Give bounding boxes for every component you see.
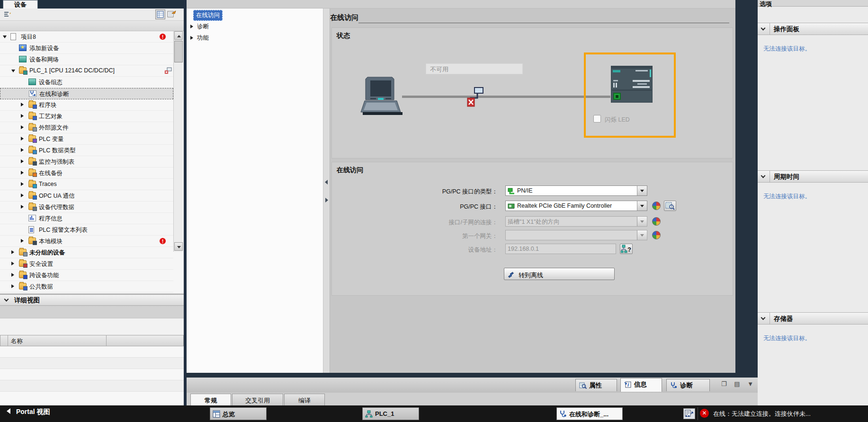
device-proxy-data-icon bbox=[28, 203, 36, 210]
tree-item-add-device[interactable]: ★添加新设备 bbox=[0, 43, 173, 54]
project-tree-toolbar bbox=[0, 9, 184, 21]
status-doc-icon[interactable] bbox=[683, 408, 695, 419]
tree-item-devices-networks[interactable]: 设备和网络 bbox=[0, 54, 173, 65]
tree-item-program-info[interactable]: 程序信息 bbox=[0, 213, 173, 224]
expander-open-icon[interactable] bbox=[3, 35, 7, 38]
inspector-tab-diagnostics[interactable]: 诊断 bbox=[666, 379, 710, 391]
subnet-connection-select: 插槽"1 X1"处的方向 bbox=[505, 216, 647, 227]
security-settings-icon bbox=[19, 260, 27, 267]
details-view-toggle-button[interactable] bbox=[155, 9, 165, 19]
project-tree: 项目8!★添加新设备设备和网络PLC_1 [CPU 1214C DC/DC/DC… bbox=[0, 31, 184, 293]
properties-icon bbox=[579, 382, 587, 389]
scrollbar-thumb[interactable] bbox=[174, 41, 183, 62]
export-icon[interactable] bbox=[167, 9, 177, 19]
expander-closed-icon[interactable] bbox=[21, 125, 24, 129]
expander-closed-icon[interactable] bbox=[21, 171, 24, 175]
expander-closed-icon[interactable] bbox=[21, 148, 24, 152]
tree-item-device-config[interactable]: 设备组态 bbox=[0, 77, 173, 88]
collapse-column[interactable] bbox=[758, 313, 770, 324]
tree-item-plc-tags[interactable]: PLC 变量 bbox=[0, 133, 173, 145]
flash-led-checkbox[interactable] bbox=[593, 115, 601, 123]
inspector-tab-info[interactable]: i信息 bbox=[620, 378, 662, 392]
expand-right-icon[interactable] bbox=[325, 198, 328, 202]
expander-closed-icon[interactable] bbox=[21, 137, 24, 141]
pgpc-interface-type-select[interactable]: PN/IE bbox=[505, 185, 647, 196]
expander-closed-icon[interactable] bbox=[11, 262, 14, 265]
interface-properties-button[interactable] bbox=[664, 201, 676, 211]
collapse-column[interactable] bbox=[758, 171, 770, 182]
tree-item-program-blocks[interactable]: 程序块 bbox=[0, 99, 173, 111]
expander-closed-icon[interactable] bbox=[21, 182, 24, 186]
tree-item-label: 程序块 bbox=[39, 101, 57, 109]
security-shield-icon[interactable] bbox=[652, 231, 661, 239]
nav-splitter[interactable] bbox=[323, 9, 330, 373]
inspector-tab-properties[interactable]: 属性 bbox=[575, 379, 617, 391]
security-shield-icon[interactable] bbox=[652, 217, 661, 226]
tree-item-cross-device-functions[interactable]: 跨设备功能 bbox=[0, 270, 173, 281]
scroll-down-button[interactable] bbox=[174, 242, 183, 251]
memory-title: 存储器 bbox=[774, 315, 793, 323]
nav-item-diagnostics[interactable]: 诊断 bbox=[187, 21, 323, 32]
tree-item-security-settings[interactable]: 安全设置 bbox=[0, 258, 173, 270]
tree-item-plc-folder[interactable]: PLC_1 [CPU 1214C DC/DC/DC] bbox=[0, 65, 173, 77]
nav-item-functions[interactable]: 功能 bbox=[187, 32, 323, 44]
expander-closed-icon[interactable] bbox=[11, 273, 14, 277]
expander-closed-icon[interactable] bbox=[11, 284, 14, 288]
section-header-operator-panel[interactable]: 操作面板 bbox=[758, 23, 868, 35]
detail-extra-column-header[interactable] bbox=[106, 335, 184, 346]
tree-item-device-proxy-data[interactable]: 设备代理数据 bbox=[0, 202, 173, 213]
inspector-window-icons[interactable]: ❐ ▤ ▼ bbox=[721, 380, 756, 387]
expander-closed-icon[interactable] bbox=[21, 114, 24, 118]
pgpc-interface-select[interactable]: Realtek PCIe GbE Family Controller bbox=[505, 201, 647, 211]
section-header-cycle-time[interactable]: 周期时间 bbox=[758, 170, 868, 183]
inspector-tab-label: 信息 bbox=[634, 381, 647, 388]
detail-name-column-header[interactable]: 名称 bbox=[8, 335, 107, 346]
portal-view-button[interactable]: Portal 视图 bbox=[7, 408, 50, 416]
sort-filter-icon[interactable] bbox=[4, 11, 11, 18]
security-shield-icon[interactable] bbox=[652, 202, 661, 210]
tree-item-online-backup[interactable]: 在线备份 bbox=[0, 167, 173, 179]
expander-closed-icon[interactable] bbox=[11, 250, 14, 254]
tree-item-watch-tables[interactable]: 监控与强制表 bbox=[0, 156, 173, 167]
tree-item-plc-datatypes[interactable]: PLC 数据类型 bbox=[0, 145, 173, 156]
tree-item-technology-objects[interactable]: 工艺对象 bbox=[0, 111, 173, 122]
subtab-compile[interactable]: 编译 bbox=[284, 394, 325, 405]
tree-item-online-diagnostics[interactable]: 在线和诊断 bbox=[0, 88, 173, 99]
expander-closed-icon[interactable] bbox=[21, 193, 24, 197]
expander-closed-icon[interactable] bbox=[190, 36, 193, 40]
tree-item-common-data[interactable]: 公共数据 bbox=[0, 281, 173, 292]
overview-button[interactable]: 总览 bbox=[210, 407, 267, 420]
nav-item-online-access[interactable]: 在线访问 bbox=[187, 9, 323, 21]
connection-broken-icon bbox=[466, 86, 483, 106]
tree-item-ungrouped-devices[interactable]: 未分组的设备 bbox=[0, 247, 173, 258]
tree-item-external-sources[interactable]: 外部源文件 bbox=[0, 122, 173, 133]
project-tree-scrollbar[interactable] bbox=[173, 31, 183, 252]
tree-item-local-modules[interactable]: 本地模块! bbox=[0, 236, 173, 247]
tree-item-opc-ua[interactable]: OPC UA 通信 bbox=[0, 190, 173, 202]
expander-closed-icon[interactable] bbox=[21, 159, 24, 163]
collapse-left-icon[interactable] bbox=[325, 180, 328, 185]
expander-closed-icon[interactable] bbox=[190, 25, 193, 28]
go-offline-button[interactable]: 转到离线 bbox=[504, 268, 615, 280]
expander-closed-icon[interactable] bbox=[21, 103, 24, 106]
plc1-editor-button[interactable]: PLC_1 bbox=[362, 407, 419, 420]
online-diagnostics-icon bbox=[29, 90, 36, 97]
online-diagnostics-editor-button[interactable]: 在线和诊断_... bbox=[556, 407, 623, 420]
subtab-general[interactable]: 常规 bbox=[190, 394, 231, 405]
section-header-memory[interactable]: 存储器 bbox=[758, 312, 868, 325]
scroll-up-button[interactable] bbox=[174, 31, 183, 40]
tree-item-project[interactable]: 项目8! bbox=[0, 31, 173, 43]
expander-open-icon[interactable] bbox=[11, 70, 15, 72]
tree-item-alarm-text-list[interactable]: PLC 报警文本列表 bbox=[0, 224, 173, 236]
expander-closed-icon[interactable] bbox=[21, 239, 24, 243]
expander-closed-icon[interactable] bbox=[21, 205, 24, 209]
collapse-column[interactable] bbox=[758, 23, 770, 35]
tab-devices[interactable]: 设备 bbox=[3, 0, 38, 9]
accessible-nodes-button[interactable]: ? bbox=[620, 244, 633, 254]
dropdown-arrow-icon[interactable] bbox=[637, 186, 647, 195]
subtab-cross-references[interactable]: 交叉引用 bbox=[232, 394, 283, 405]
dropdown-arrow-icon[interactable] bbox=[637, 201, 647, 211]
tree-item-label: 程序信息 bbox=[39, 215, 63, 223]
tree-item-traces[interactable]: Traces bbox=[0, 179, 173, 190]
detail-view-header[interactable]: 详细视图 bbox=[0, 294, 184, 306]
